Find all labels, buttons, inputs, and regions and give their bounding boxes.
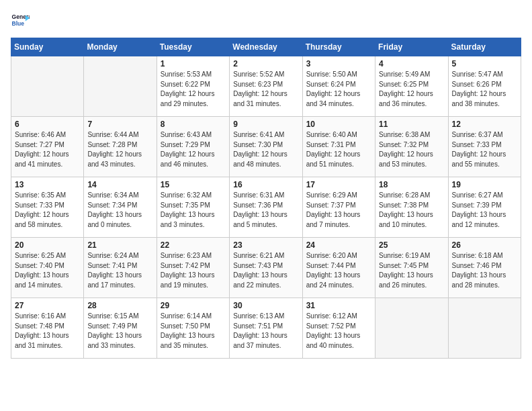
calendar-body: 1Sunrise: 5:53 AMSunset: 6:22 PMDaylight… xyxy=(11,56,521,359)
calendar-weekday-header: Sunday xyxy=(11,38,84,56)
calendar-cell: 11Sunrise: 6:38 AMSunset: 7:32 PMDayligh… xyxy=(375,117,448,177)
calendar-weekday-header: Saturday xyxy=(448,38,521,56)
day-info: Sunrise: 6:27 AMSunset: 7:39 PMDaylight:… xyxy=(452,191,517,230)
calendar-cell: 10Sunrise: 6:40 AMSunset: 7:31 PMDayligh… xyxy=(302,117,375,177)
day-info: Sunrise: 6:24 AMSunset: 7:41 PMDaylight:… xyxy=(87,251,152,290)
day-number: 30 xyxy=(233,301,298,310)
calendar-week-row: 6Sunrise: 6:46 AMSunset: 7:27 PMDaylight… xyxy=(11,117,521,177)
day-number: 13 xyxy=(15,180,80,189)
calendar-cell: 18Sunrise: 6:28 AMSunset: 7:38 PMDayligh… xyxy=(375,177,448,238)
day-info: Sunrise: 6:25 AMSunset: 7:40 PMDaylight:… xyxy=(15,251,80,290)
calendar-cell: 17Sunrise: 6:29 AMSunset: 7:37 PMDayligh… xyxy=(302,177,375,238)
day-number: 14 xyxy=(87,180,152,189)
day-info: Sunrise: 6:44 AMSunset: 7:28 PMDaylight:… xyxy=(87,130,152,169)
day-number: 7 xyxy=(87,120,152,129)
day-info: Sunrise: 6:16 AMSunset: 7:48 PMDaylight:… xyxy=(15,312,80,351)
calendar-cell xyxy=(448,298,521,359)
day-info: Sunrise: 6:38 AMSunset: 7:32 PMDaylight:… xyxy=(379,130,444,169)
day-info: Sunrise: 6:21 AMSunset: 7:43 PMDaylight:… xyxy=(233,251,298,290)
calendar-week-row: 1Sunrise: 5:53 AMSunset: 6:22 PMDaylight… xyxy=(11,56,521,117)
calendar-cell: 21Sunrise: 6:24 AMSunset: 7:41 PMDayligh… xyxy=(84,238,157,298)
day-info: Sunrise: 6:20 AMSunset: 7:44 PMDaylight:… xyxy=(306,251,371,290)
day-number: 8 xyxy=(161,120,226,129)
day-info: Sunrise: 6:31 AMSunset: 7:36 PMDaylight:… xyxy=(233,191,298,230)
day-number: 9 xyxy=(233,120,298,129)
day-info: Sunrise: 6:34 AMSunset: 7:34 PMDaylight:… xyxy=(87,191,152,230)
day-info: Sunrise: 6:32 AMSunset: 7:35 PMDaylight:… xyxy=(161,191,226,230)
day-number: 25 xyxy=(379,240,444,250)
day-info: Sunrise: 6:19 AMSunset: 7:45 PMDaylight:… xyxy=(379,251,444,290)
page-header: General Blue xyxy=(11,11,521,30)
day-info: Sunrise: 5:49 AMSunset: 6:25 PMDaylight:… xyxy=(379,70,444,109)
day-info: Sunrise: 6:28 AMSunset: 7:38 PMDaylight:… xyxy=(379,191,444,230)
day-number: 6 xyxy=(15,120,80,129)
calendar-cell: 12Sunrise: 6:37 AMSunset: 7:33 PMDayligh… xyxy=(448,117,521,177)
calendar-cell: 25Sunrise: 6:19 AMSunset: 7:45 PMDayligh… xyxy=(375,238,448,298)
calendar-table: SundayMondayTuesdayWednesdayThursdayFrid… xyxy=(11,38,521,359)
logo-icon: General Blue xyxy=(11,11,30,30)
calendar-cell: 31Sunrise: 6:12 AMSunset: 7:52 PMDayligh… xyxy=(302,298,375,359)
calendar-cell: 26Sunrise: 6:18 AMSunset: 7:46 PMDayligh… xyxy=(448,238,521,298)
day-info: Sunrise: 6:29 AMSunset: 7:37 PMDaylight:… xyxy=(306,191,371,230)
calendar-weekday-header: Tuesday xyxy=(157,38,229,56)
calendar-cell: 16Sunrise: 6:31 AMSunset: 7:36 PMDayligh… xyxy=(230,177,302,238)
day-number: 19 xyxy=(452,180,517,189)
day-number: 12 xyxy=(452,120,517,129)
calendar-cell: 22Sunrise: 6:23 AMSunset: 7:42 PMDayligh… xyxy=(157,238,229,298)
day-info: Sunrise: 6:15 AMSunset: 7:49 PMDaylight:… xyxy=(87,312,152,351)
calendar-cell: 5Sunrise: 5:47 AMSunset: 6:26 PMDaylight… xyxy=(448,56,521,117)
day-number: 28 xyxy=(87,301,152,310)
day-number: 29 xyxy=(161,301,226,310)
calendar-weekday-header: Monday xyxy=(84,38,157,56)
day-number: 15 xyxy=(161,180,226,189)
svg-text:Blue: Blue xyxy=(12,20,25,27)
calendar-cell: 7Sunrise: 6:44 AMSunset: 7:28 PMDaylight… xyxy=(84,117,157,177)
calendar-cell: 13Sunrise: 6:35 AMSunset: 7:33 PMDayligh… xyxy=(11,177,84,238)
calendar-weekday-header: Thursday xyxy=(302,38,375,56)
day-info: Sunrise: 6:43 AMSunset: 7:29 PMDaylight:… xyxy=(161,130,226,169)
day-number: 17 xyxy=(306,180,371,189)
day-number: 26 xyxy=(452,240,517,250)
day-info: Sunrise: 6:46 AMSunset: 7:27 PMDaylight:… xyxy=(15,130,80,169)
day-info: Sunrise: 6:13 AMSunset: 7:51 PMDaylight:… xyxy=(233,312,298,351)
calendar-cell: 9Sunrise: 6:41 AMSunset: 7:30 PMDaylight… xyxy=(230,117,302,177)
calendar-cell: 3Sunrise: 5:50 AMSunset: 6:24 PMDaylight… xyxy=(302,56,375,117)
calendar-cell xyxy=(84,56,157,117)
day-number: 18 xyxy=(379,180,444,189)
calendar-cell: 2Sunrise: 5:52 AMSunset: 6:23 PMDaylight… xyxy=(230,56,302,117)
day-number: 22 xyxy=(161,240,226,250)
calendar-cell: 1Sunrise: 5:53 AMSunset: 6:22 PMDaylight… xyxy=(157,56,229,117)
calendar-cell: 28Sunrise: 6:15 AMSunset: 7:49 PMDayligh… xyxy=(84,298,157,359)
calendar-cell: 6Sunrise: 6:46 AMSunset: 7:27 PMDaylight… xyxy=(11,117,84,177)
calendar-cell: 29Sunrise: 6:14 AMSunset: 7:50 PMDayligh… xyxy=(157,298,229,359)
day-number: 11 xyxy=(379,120,444,129)
calendar-week-row: 13Sunrise: 6:35 AMSunset: 7:33 PMDayligh… xyxy=(11,177,521,238)
day-info: Sunrise: 6:35 AMSunset: 7:33 PMDaylight:… xyxy=(15,191,80,230)
day-number: 31 xyxy=(306,301,371,310)
day-info: Sunrise: 6:40 AMSunset: 7:31 PMDaylight:… xyxy=(306,130,371,169)
calendar-week-row: 20Sunrise: 6:25 AMSunset: 7:40 PMDayligh… xyxy=(11,238,521,298)
day-info: Sunrise: 6:14 AMSunset: 7:50 PMDaylight:… xyxy=(161,312,226,351)
day-info: Sunrise: 5:53 AMSunset: 6:22 PMDaylight:… xyxy=(161,70,226,109)
day-number: 16 xyxy=(233,180,298,189)
day-number: 20 xyxy=(15,240,80,250)
day-number: 21 xyxy=(87,240,152,250)
day-info: Sunrise: 5:50 AMSunset: 6:24 PMDaylight:… xyxy=(306,70,371,109)
day-info: Sunrise: 5:47 AMSunset: 6:26 PMDaylight:… xyxy=(452,70,517,109)
day-number: 10 xyxy=(306,120,371,129)
calendar-cell: 20Sunrise: 6:25 AMSunset: 7:40 PMDayligh… xyxy=(11,238,84,298)
calendar-week-row: 27Sunrise: 6:16 AMSunset: 7:48 PMDayligh… xyxy=(11,298,521,359)
day-info: Sunrise: 6:12 AMSunset: 7:52 PMDaylight:… xyxy=(306,312,371,351)
day-number: 5 xyxy=(452,59,517,68)
day-number: 24 xyxy=(306,240,371,250)
calendar-cell xyxy=(375,298,448,359)
calendar-cell: 4Sunrise: 5:49 AMSunset: 6:25 PMDaylight… xyxy=(375,56,448,117)
day-info: Sunrise: 6:18 AMSunset: 7:46 PMDaylight:… xyxy=(452,251,517,290)
day-info: Sunrise: 5:52 AMSunset: 6:23 PMDaylight:… xyxy=(233,70,298,109)
calendar-cell: 27Sunrise: 6:16 AMSunset: 7:48 PMDayligh… xyxy=(11,298,84,359)
calendar-weekday-header: Wednesday xyxy=(230,38,302,56)
calendar-cell: 15Sunrise: 6:32 AMSunset: 7:35 PMDayligh… xyxy=(157,177,229,238)
day-info: Sunrise: 6:37 AMSunset: 7:33 PMDaylight:… xyxy=(452,130,517,169)
calendar-cell xyxy=(11,56,84,117)
day-number: 27 xyxy=(15,301,80,310)
